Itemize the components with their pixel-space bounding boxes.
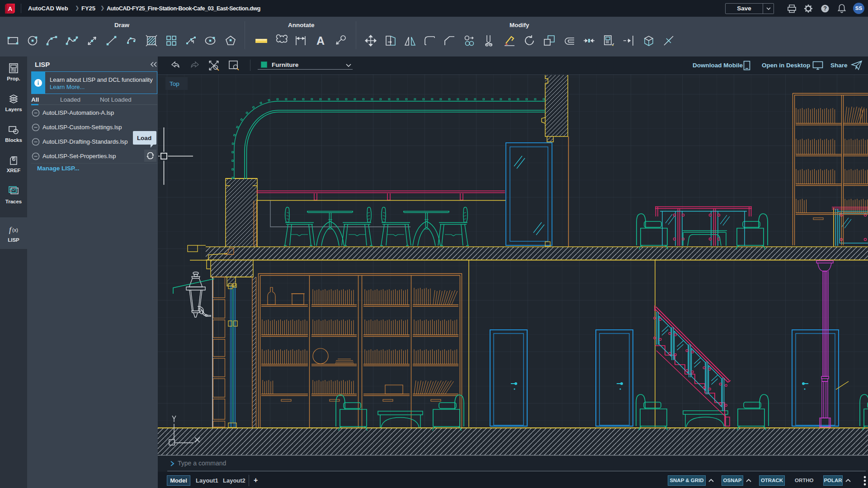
svg-text:Top: Top xyxy=(170,80,179,87)
svg-text:f: f xyxy=(9,225,12,234)
svg-text:A: A xyxy=(8,5,13,12)
svg-text:(x): (x) xyxy=(12,227,18,233)
svg-text:?: ? xyxy=(823,5,827,12)
svg-text:Load: Load xyxy=(137,135,151,141)
svg-text:A: A xyxy=(316,34,325,47)
